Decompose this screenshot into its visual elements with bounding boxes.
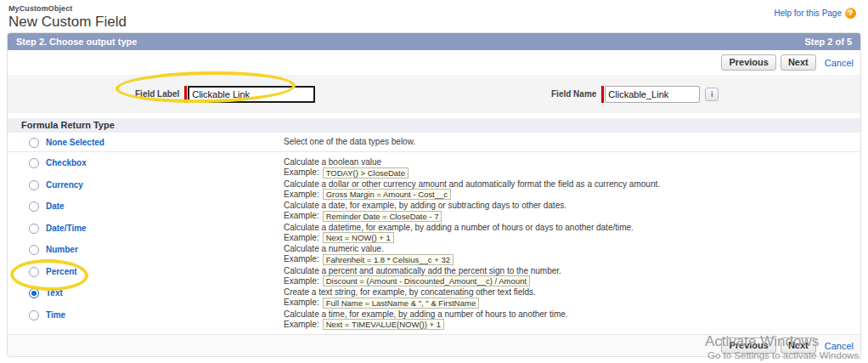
info-icon[interactable]: i — [705, 88, 719, 101]
return-type-description: Calculate a percent and automatically ad… — [284, 266, 860, 276]
return-type-label[interactable]: Currency — [46, 180, 83, 190]
example-formula: Next = TIMEVALUE(NOW()) + 1 — [323, 319, 444, 330]
example-prefix: Example: — [284, 211, 319, 221]
return-type-row-date: Date Calculate a date, for example, by a… — [8, 200, 860, 222]
return-type-row-time: Time Calculate a time, for example, by a… — [8, 309, 860, 331]
previous-button[interactable]: Previous — [721, 54, 775, 71]
return-type-row-checkbox: Checkbox Calculate a boolean value Examp… — [8, 156, 860, 179]
return-type-label[interactable]: None Selected — [46, 138, 104, 148]
help-link-label: Help for this Page — [775, 9, 843, 18]
example-formula: Next = NOW() + 1 — [323, 232, 394, 243]
example-prefix: Example: — [284, 254, 319, 264]
return-type-label[interactable]: Number — [46, 245, 78, 255]
radio-date-time[interactable] — [29, 224, 39, 234]
example-prefix: Example: — [284, 320, 319, 330]
radio-none-selected[interactable] — [29, 138, 39, 148]
top-button-row: Previous Next Cancel — [8, 50, 860, 75]
return-type-row-currency: Currency Calculate a dollar or other cur… — [8, 179, 860, 201]
step-header-bar: Step 2. Choose output type Step 2 of 5 — [8, 33, 860, 50]
example-formula: Gross Margin = Amount - Cost__c — [323, 189, 451, 200]
example-formula: Full Name = LastName & ", " & FirstName — [323, 298, 479, 309]
return-type-description: Select one of the data types below. — [284, 137, 860, 147]
return-type-label[interactable]: Percent — [46, 267, 77, 277]
cancel-link[interactable]: Cancel — [825, 341, 854, 351]
next-button[interactable]: Next — [781, 337, 816, 354]
radio-checkbox[interactable] — [29, 158, 39, 168]
return-type-description: Calculate a dollar or other currency amo… — [284, 179, 860, 190]
field-inputs-band: Field Label Field Name i — [8, 75, 860, 113]
required-indicator — [184, 86, 187, 103]
help-for-this-page-link[interactable]: Help for this Page ? — [775, 8, 857, 19]
return-type-list: None Selected Select one of the data typ… — [8, 133, 860, 330]
return-type-label[interactable]: Date — [46, 201, 65, 212]
field-label-label: Field Label — [135, 89, 179, 99]
return-type-row-none-selected: None Selected Select one of the data typ… — [8, 136, 860, 152]
return-type-description: Calculate a numeric value. — [284, 244, 860, 254]
radio-text[interactable] — [29, 288, 39, 298]
help-question-icon[interactable]: ? — [845, 8, 856, 19]
example-prefix: Example: — [284, 276, 319, 286]
example-formula: TODAY() > CloseDate — [323, 167, 409, 179]
example-prefix: Example: — [284, 298, 319, 308]
field-name-label: Field Name — [551, 89, 596, 99]
return-type-label[interactable]: Text — [46, 288, 63, 298]
step-indicator: Step 2 of 5 — [804, 37, 852, 47]
field-label-input[interactable] — [188, 86, 315, 103]
example-formula: Fahrenheit = 1.8 * Celsius__c + 32 — [323, 254, 454, 265]
radio-number[interactable] — [29, 245, 39, 255]
section-header-formula-return-type: Formula Return Type — [8, 118, 860, 133]
cancel-link[interactable]: Cancel — [825, 58, 854, 68]
return-type-label[interactable]: Time — [46, 310, 65, 320]
return-type-label[interactable]: Checkbox — [46, 158, 87, 168]
example-prefix: Example: — [284, 190, 319, 200]
return-type-row-number: Number Calculate a numeric value. Exampl… — [8, 243, 860, 265]
breadcrumb-object-name: MyCustomObject — [8, 4, 127, 13]
page-title: New Custom Field — [8, 14, 127, 31]
next-button[interactable]: Next — [781, 54, 816, 71]
radio-date[interactable] — [29, 201, 39, 212]
return-type-row-text: Text Create a text string, for example, … — [8, 286, 860, 309]
return-type-description: Calculate a boolean value — [284, 157, 860, 167]
step-title: Step 2. Choose output type — [16, 37, 137, 47]
previous-button[interactable]: Previous — [721, 337, 775, 354]
radio-currency[interactable] — [29, 180, 39, 190]
field-name-input[interactable] — [605, 86, 700, 103]
return-type-row-percent: Percent Calculate a percent and automati… — [8, 265, 860, 287]
radio-percent[interactable] — [29, 267, 39, 277]
page-header: MyCustomObject New Custom Field — [8, 4, 127, 31]
wizard-panel: Step 2. Choose output type Step 2 of 5 P… — [7, 32, 861, 357]
example-formula: Reminder Date = CloseDate - 7 — [323, 211, 442, 222]
return-type-description: Calculate a date, for example, by adding… — [284, 201, 860, 211]
example-formula: Discount = (Amount - Discounted_Amount__… — [323, 275, 530, 286]
required-indicator — [601, 86, 604, 103]
return-type-label[interactable]: Date/Time — [46, 224, 87, 234]
radio-time[interactable] — [29, 310, 39, 320]
example-prefix: Example: — [284, 233, 319, 243]
field-label-group: Field Label — [135, 86, 315, 103]
field-name-group: Field Name i — [551, 86, 719, 103]
return-type-description: Calculate a datetime, for example, by ad… — [284, 223, 860, 233]
return-type-description: Create a text string, for example, by co… — [284, 287, 860, 298]
return-type-row-date-time: Date/Time Calculate a datetime, for exam… — [8, 222, 860, 244]
bottom-button-row: Previous Next Cancel — [8, 334, 860, 356]
return-type-description: Calculate a time, for example, by adding… — [284, 309, 860, 320]
example-prefix: Example: — [284, 167, 319, 178]
